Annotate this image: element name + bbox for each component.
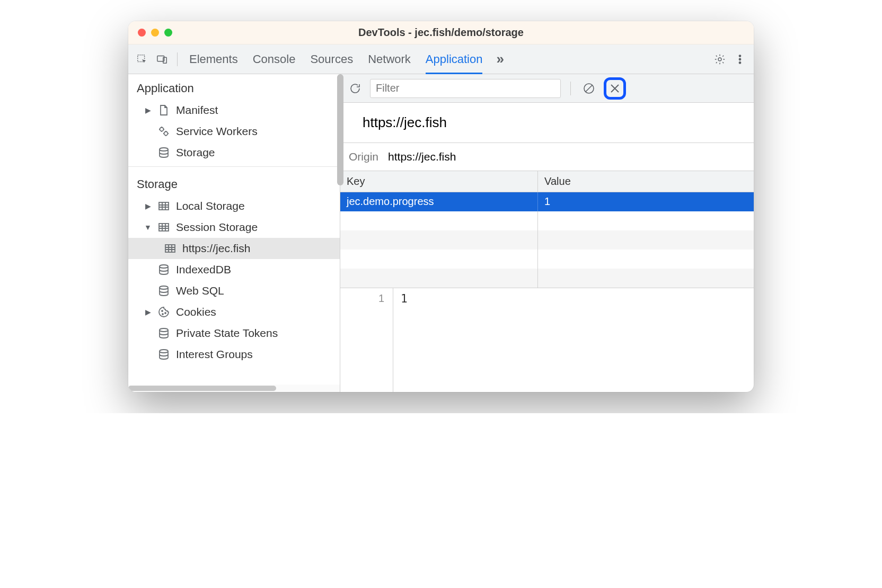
section-storage-title: Storage (128, 170, 340, 195)
sidebar-item-label: Web SQL (176, 284, 224, 297)
origin-label: Origin (349, 150, 378, 163)
table-body[interactable]: jec.demo.progress 1 (340, 192, 754, 288)
origin-heading: https://jec.fish (340, 103, 754, 143)
scrollbar-thumb[interactable] (337, 74, 343, 185)
tab-console[interactable]: Console (253, 44, 296, 74)
panel-body: Application ▶ Manifest Service Workers (128, 74, 754, 392)
svg-point-14 (160, 286, 168, 289)
sidebar-item-label: Cookies (176, 306, 216, 318)
preview-content[interactable]: 1 (393, 288, 754, 392)
disclosure-right-icon: ▶ (144, 106, 152, 114)
origin-row: Origin https://jec.fish (340, 143, 754, 171)
storage-detail-panel: https://jec.fish Origin https://jec.fish… (340, 74, 754, 392)
disclosure-right-icon: ▶ (144, 202, 152, 210)
svg-point-4 (739, 55, 740, 56)
table-icon (157, 220, 171, 234)
inspect-element-icon[interactable] (134, 51, 151, 68)
sidebar-item-indexeddb[interactable]: IndexedDB (128, 259, 340, 280)
titlebar: DevTools - jec.fish/demo/storage (128, 21, 754, 44)
table-row-empty[interactable] (340, 269, 754, 288)
storage-toolbar (340, 74, 754, 103)
database-icon (157, 326, 171, 340)
file-icon (157, 103, 171, 117)
sidebar-item-private-state-tokens[interactable]: Private State Tokens (128, 323, 340, 344)
table-row-empty[interactable] (340, 230, 754, 250)
column-header-value[interactable]: Value (538, 171, 754, 192)
sidebar-item-label: https://jec.fish (182, 242, 250, 255)
svg-point-15 (162, 310, 163, 311)
sidebar-horizontal-scrollbar[interactable] (128, 385, 340, 392)
traffic-lights (138, 29, 172, 37)
svg-point-6 (739, 61, 740, 63)
sidebar-item-websql[interactable]: Web SQL (128, 280, 340, 301)
sidebar-item-session-storage[interactable]: ▼ Session Storage (128, 217, 340, 238)
minimize-window-button[interactable] (151, 29, 159, 37)
delete-selected-icon[interactable] (607, 81, 622, 96)
svg-point-8 (164, 132, 168, 136)
table-row[interactable]: jec.demo.progress 1 (340, 192, 754, 211)
sidebar-item-label: Interest Groups (176, 348, 253, 361)
column-header-key[interactable]: Key (340, 171, 538, 192)
sidebar-item-interest-groups[interactable]: Interest Groups (128, 344, 340, 365)
cell-key[interactable]: jec.demo.progress (340, 192, 538, 211)
tab-sources[interactable]: Sources (310, 44, 353, 74)
tab-application[interactable]: Application (426, 44, 483, 74)
sidebar-divider (128, 166, 340, 167)
more-tabs-button[interactable]: » (496, 51, 504, 67)
device-toolbar-icon[interactable] (154, 51, 171, 68)
storage-table: Key Value jec.demo.progress 1 (340, 171, 754, 288)
preview-line-number: 1 (340, 288, 393, 392)
sidebar-item-cookies[interactable]: ▶ Cookies (128, 301, 340, 323)
table-row-empty[interactable] (340, 250, 754, 269)
toolbar-divider (177, 52, 178, 66)
database-icon (157, 146, 171, 159)
svg-rect-2 (163, 57, 166, 63)
sidebar-item-label: Private State Tokens (176, 327, 278, 340)
svg-point-13 (160, 265, 168, 268)
sidebar-item-label: Manifest (176, 104, 218, 117)
panel-tabs: Elements Console Sources Network Applica… (189, 44, 482, 74)
svg-rect-11 (159, 224, 169, 231)
svg-point-7 (160, 128, 164, 131)
table-row-empty[interactable] (340, 211, 754, 230)
settings-icon[interactable] (711, 51, 728, 68)
table-header-row: Key Value (340, 171, 754, 192)
table-icon (157, 199, 171, 213)
disclosure-down-icon: ▼ (144, 223, 152, 231)
svg-rect-10 (159, 202, 169, 210)
origin-value: https://jec.fish (388, 150, 456, 163)
tab-network[interactable]: Network (368, 44, 411, 74)
annotation-highlight (604, 77, 626, 100)
sidebar-item-manifest[interactable]: ▶ Manifest (128, 100, 340, 121)
application-sidebar[interactable]: Application ▶ Manifest Service Workers (128, 74, 340, 392)
refresh-icon[interactable] (347, 80, 364, 97)
svg-point-5 (739, 58, 740, 60)
sidebar-item-label: Local Storage (176, 200, 245, 212)
database-icon (157, 348, 171, 361)
filter-input[interactable] (370, 79, 561, 98)
svg-point-18 (160, 328, 168, 332)
close-window-button[interactable] (138, 29, 146, 37)
cookie-icon (157, 305, 171, 319)
database-icon (157, 284, 171, 298)
value-preview: 1 1 (340, 288, 754, 392)
cell-value[interactable]: 1 (538, 192, 754, 211)
devtools-window: DevTools - jec.fish/demo/storage Element… (128, 21, 754, 392)
clear-all-icon[interactable] (580, 80, 597, 97)
sidebar-item-local-storage[interactable]: ▶ Local Storage (128, 195, 340, 217)
zoom-window-button[interactable] (164, 29, 172, 37)
sidebar-item-service-workers[interactable]: Service Workers (128, 121, 340, 142)
scrollbar-thumb[interactable] (128, 386, 276, 391)
kebab-menu-icon[interactable] (731, 51, 748, 68)
section-application-title: Application (128, 74, 340, 100)
disclosure-right-icon: ▶ (144, 308, 152, 316)
tab-elements[interactable]: Elements (189, 44, 238, 74)
svg-point-16 (162, 314, 163, 315)
sidebar-item-session-storage-origin[interactable]: https://jec.fish (128, 238, 340, 259)
sidebar-item-storage-overview[interactable]: Storage (128, 142, 340, 163)
gears-icon (157, 124, 171, 138)
svg-rect-12 (165, 245, 175, 252)
sidebar-item-label: Service Workers (176, 125, 258, 138)
toolbar-divider (570, 82, 571, 95)
sidebar-item-label: Session Storage (176, 221, 258, 234)
